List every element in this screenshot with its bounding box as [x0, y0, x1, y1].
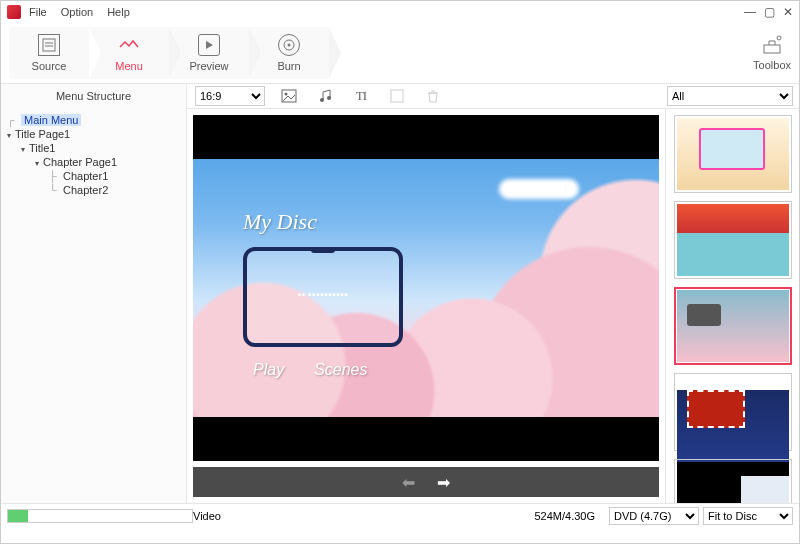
text-button[interactable]: TI	[349, 84, 373, 108]
close-icon[interactable]: ✕	[783, 5, 793, 19]
tree-title[interactable]: Title1	[7, 141, 180, 155]
app-logo-icon	[7, 5, 21, 19]
status-bar: Video 524M/4.30G DVD (4.7G) Fit to Disc	[1, 503, 799, 527]
preview-nav: ⬅ ➡	[193, 467, 659, 497]
menu-thumbnail-frame[interactable]: ■■ ■■■■■■■■■■	[243, 247, 403, 347]
menu-play-link[interactable]: Play	[253, 361, 284, 379]
preview-panel: My Disc ■■ ■■■■■■■■■■ Play Scenes ⬅ ➡	[187, 109, 665, 503]
toolbox-label: Toolbox	[753, 59, 791, 71]
toolbox-icon	[761, 35, 783, 55]
step-toolbar: Source Menu Preview Burn Toolbox	[1, 23, 799, 83]
tree-title-page[interactable]: Title Page1	[7, 127, 180, 141]
preview-canvas[interactable]: My Disc ■■ ■■■■■■■■■■ Play Scenes	[193, 115, 659, 461]
template-thumb-5[interactable]	[674, 459, 792, 503]
prev-page-button[interactable]: ⬅	[402, 473, 415, 492]
step-menu-label: Menu	[115, 60, 143, 72]
toolbox-button[interactable]: Toolbox	[753, 35, 791, 71]
next-page-button[interactable]: ➡	[437, 473, 450, 492]
fit-select[interactable]: Fit to Disc	[703, 507, 793, 525]
source-icon	[38, 34, 60, 56]
svg-point-10	[320, 98, 324, 102]
step-preview-label: Preview	[189, 60, 228, 72]
aspect-ratio-select[interactable]: 16:9	[195, 86, 265, 106]
menu-option[interactable]: Option	[61, 6, 93, 18]
menu-scenes-link[interactable]: Scenes	[314, 361, 367, 379]
delete-button[interactable]	[421, 84, 445, 108]
size-progress	[7, 509, 193, 523]
menubar: File Option Help — ▢ ✕	[1, 1, 799, 23]
template-thumb-1[interactable]	[674, 115, 792, 193]
background-image-button[interactable]	[277, 84, 301, 108]
template-thumb-4[interactable]	[674, 373, 792, 451]
template-filter-select[interactable]: All	[667, 86, 793, 106]
menu-file[interactable]: File	[29, 6, 47, 18]
second-toolbar: Menu Structure 16:9 TI All	[1, 83, 799, 109]
step-source-label: Source	[32, 60, 67, 72]
svg-point-9	[285, 93, 288, 96]
disc-title[interactable]: My Disc	[243, 209, 317, 235]
svg-point-11	[327, 96, 331, 100]
burn-icon	[278, 34, 300, 56]
video-label: Video	[193, 510, 221, 522]
minimize-icon[interactable]: —	[744, 5, 756, 19]
menu-preview: My Disc ■■ ■■■■■■■■■■ Play Scenes	[193, 159, 659, 417]
tree-chapter1[interactable]: ├Chapter1	[7, 169, 180, 183]
tree-main-menu[interactable]: ┌Main Menu	[7, 113, 180, 127]
menu-icon	[118, 34, 140, 56]
step-burn[interactable]: Burn	[249, 27, 329, 79]
svg-rect-0	[43, 39, 55, 51]
svg-marker-3	[206, 41, 213, 49]
preview-icon	[198, 34, 220, 56]
step-menu[interactable]: Menu	[89, 27, 169, 79]
template-thumb-3[interactable]	[674, 287, 792, 365]
main-area: ┌Main Menu Title Page1 Title1 Chapter Pa…	[1, 109, 799, 503]
disc-type-select[interactable]: DVD (4.7G)	[609, 507, 699, 525]
menu-structure-tree: ┌Main Menu Title Page1 Title1 Chapter Pa…	[1, 109, 187, 503]
tree-header: Menu Structure	[1, 84, 187, 109]
maximize-icon[interactable]: ▢	[764, 5, 775, 19]
save-template-button[interactable]	[385, 84, 409, 108]
template-thumb-2[interactable]	[674, 201, 792, 279]
step-source[interactable]: Source	[9, 27, 89, 79]
svg-rect-6	[764, 45, 780, 53]
menu-help[interactable]: Help	[107, 6, 130, 18]
step-preview[interactable]: Preview	[169, 27, 249, 79]
svg-point-7	[777, 36, 781, 40]
template-thumbnails[interactable]	[665, 109, 799, 503]
tree-chapter-page[interactable]: Chapter Page1	[7, 155, 180, 169]
svg-rect-12	[391, 90, 403, 102]
step-burn-label: Burn	[277, 60, 300, 72]
svg-point-5	[288, 44, 291, 47]
background-music-button[interactable]	[313, 84, 337, 108]
size-readout: 524M/4.30G	[534, 510, 595, 522]
tree-chapter2[interactable]: └Chapter2	[7, 183, 180, 197]
